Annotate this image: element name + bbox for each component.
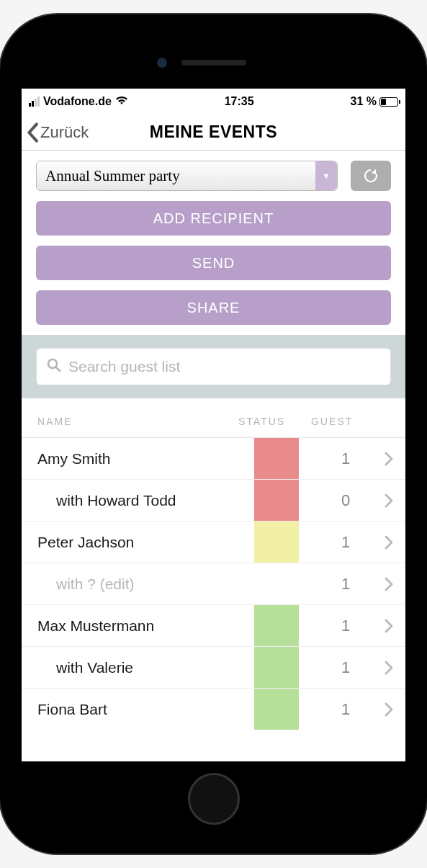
search-icon [47, 358, 61, 376]
chevron-left-icon [26, 122, 39, 143]
guest-row[interactable]: with Howard Todd0 [22, 479, 405, 521]
carrier-label: Vodafone.de [43, 95, 112, 108]
clock: 17:35 [225, 95, 254, 108]
nav-bar: Zurück MEINE EVENTS [22, 115, 405, 151]
chevron-right-icon [372, 647, 405, 688]
guest-row[interactable]: Fiona Bart1 [22, 688, 405, 730]
battery-percent: 31 % [351, 95, 377, 108]
guest-row[interactable]: Max Mustermann1 [22, 604, 405, 646]
search-wrap [22, 335, 405, 398]
chevron-down-icon: ▼ [315, 161, 337, 190]
status-badge [254, 689, 299, 730]
guest-row[interactable]: Amy Smith1 [22, 437, 405, 479]
svg-marker-0 [372, 169, 376, 174]
guest-count: 1 [319, 689, 372, 730]
status-bar: Vodafone.de 17:35 31 % [22, 89, 405, 115]
status-badge [254, 647, 299, 688]
screen: Vodafone.de 17:35 31 % [22, 89, 405, 761]
status-right: 31 % [351, 95, 398, 108]
search-box[interactable] [36, 348, 391, 385]
status-badge [254, 605, 299, 646]
wifi-icon [115, 95, 128, 108]
event-select-value: Annual Summer party [45, 167, 180, 185]
chevron-right-icon [372, 522, 405, 563]
list-header: NAME STATUS GUEST [22, 398, 405, 437]
chevron-right-icon [372, 480, 405, 521]
back-label: Zurück [40, 123, 89, 142]
guest-name: Fiona Bart [22, 689, 254, 730]
guest-count: 1 [319, 438, 372, 479]
content: Annual Summer party ▼ ADD RECIPIENT SEND… [22, 151, 405, 761]
status-badge [254, 563, 299, 604]
refresh-icon [362, 167, 379, 184]
guest-row[interactable]: with Valerie1 [22, 646, 405, 688]
guest-count: 1 [319, 522, 372, 563]
top-controls: Annual Summer party ▼ ADD RECIPIENT SEND… [22, 151, 405, 335]
guest-name: with Howard Todd [22, 480, 254, 521]
guest-count: 1 [319, 647, 372, 688]
refresh-button[interactable] [351, 161, 391, 191]
svg-line-2 [56, 367, 60, 371]
add-recipient-button[interactable]: ADD RECIPIENT [36, 201, 391, 236]
battery-icon [379, 97, 398, 107]
status-left: Vodafone.de [29, 95, 128, 108]
guest-count: 1 [319, 563, 372, 604]
status-badge [254, 480, 299, 521]
guest-name: Amy Smith [22, 438, 254, 479]
guest-name: Peter Jachson [22, 522, 254, 563]
speaker [181, 60, 246, 66]
guest-name: Max Mustermann [22, 605, 254, 646]
status-badge [254, 438, 299, 479]
header-status: STATUS [238, 416, 303, 427]
front-camera [157, 58, 167, 68]
guest-count: 0 [319, 480, 372, 521]
chevron-right-icon [372, 438, 405, 479]
guest-name: with Valerie [22, 647, 254, 688]
chevron-right-icon [372, 563, 405, 604]
guest-row[interactable]: Peter Jachson1 [22, 521, 405, 563]
event-select[interactable]: Annual Summer party ▼ [36, 161, 338, 191]
chevron-right-icon [372, 605, 405, 646]
home-button[interactable] [188, 773, 240, 825]
send-button[interactable]: SEND [36, 246, 391, 280]
chevron-right-icon [372, 689, 405, 730]
back-button[interactable]: Zurück [26, 122, 89, 143]
phone-frame: Vodafone.de 17:35 31 % [0, 14, 427, 854]
phone-inner: Vodafone.de 17:35 31 % [13, 27, 414, 841]
share-button[interactable]: SHARE [36, 290, 391, 325]
header-guest: GUEST [303, 416, 361, 427]
guest-name: with ? (edit) [22, 563, 254, 604]
search-input[interactable] [68, 358, 380, 375]
guest-count: 1 [319, 605, 372, 646]
guest-row[interactable]: with ? (edit)1 [22, 563, 405, 604]
signal-icon [29, 97, 40, 107]
header-name: NAME [37, 416, 238, 427]
guest-list: Amy Smith1with Howard Todd0Peter Jachson… [22, 437, 405, 730]
status-badge [254, 522, 299, 563]
